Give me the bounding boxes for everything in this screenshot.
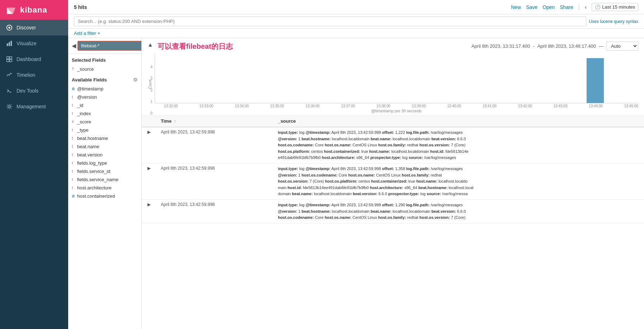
svg-rect-5	[7, 43, 8, 46]
chart-bars	[155, 53, 638, 103]
sidebar-item-visualize-label: Visualize	[17, 41, 37, 46]
source-cell-2: input.type: log @timestamp: April 8th 20…	[274, 163, 644, 199]
sidebar-item-dashboard-label: Dashboard	[17, 56, 41, 62]
share-button[interactable]: Share	[560, 4, 573, 10]
time-col-header[interactable]: Time ↑	[156, 116, 274, 127]
selected-field-source[interactable]: ? _source	[68, 65, 141, 73]
svg-rect-8	[7, 57, 9, 59]
content-area: ◀ ▼ Selected Fields ? _source Available …	[68, 38, 644, 329]
right-area: ▲ 可以查看filebeat的日志 April 8th 2023, 13:31:…	[142, 38, 644, 329]
sidebar-item-dashboard[interactable]: Dashboard	[0, 51, 68, 67]
svg-rect-10	[7, 60, 9, 62]
fields-settings-icon[interactable]: ⚙	[133, 77, 138, 83]
field-fields-service-id[interactable]: t fields.service_id	[68, 167, 141, 175]
search-bar: Uses lucene query syntax	[68, 14, 644, 29]
table-area: Time ↑ _source ▶	[142, 116, 644, 329]
chart-area: Count	[155, 53, 638, 115]
sidebar-item-discover[interactable]: Discover	[0, 20, 68, 36]
chart-wrap: 4 3 2 1 0 Count	[147, 53, 638, 115]
open-button[interactable]: Open	[542, 4, 555, 10]
chart-container: ▲ 可以查看filebeat的日志 April 8th 2023, 13:31:…	[142, 38, 644, 116]
time-range-picker[interactable]: 🕐 Last 15 minutes	[592, 3, 638, 11]
field-host-architecture[interactable]: t host.architecture	[68, 184, 141, 192]
sidebar: kibana Discover Visualize Dashboard Time…	[0, 0, 68, 329]
available-fields-title: Available Fields	[72, 77, 107, 83]
table-row: ▶ April 8th 2023, 13:42:59.998 input.typ…	[142, 163, 644, 199]
svg-rect-9	[10, 57, 12, 59]
dashboard-icon	[6, 56, 13, 63]
bar-26-highlight	[587, 58, 604, 103]
field-index[interactable]: t _index	[68, 109, 141, 118]
field-version[interactable]: t @version	[68, 93, 141, 101]
left-panel: ◀ ▼ Selected Fields ? _source Available …	[68, 38, 142, 329]
logo: kibana	[0, 0, 68, 20]
chart-title: 可以查看filebeat的日志	[158, 42, 233, 51]
date-to: April 8th 2023, 13:46:17.400	[537, 43, 596, 49]
svg-rect-7	[11, 41, 12, 46]
topbar-divider: |	[578, 4, 580, 10]
clock-icon: 🕐	[595, 4, 601, 10]
expand-row-2-button[interactable]: ▶	[146, 166, 152, 171]
count-label: Count	[148, 79, 152, 89]
discover-icon	[6, 24, 13, 31]
time-cell-1: April 8th 2023, 13:42:59.998	[156, 127, 274, 163]
kibana-logo-icon	[5, 4, 17, 16]
new-button[interactable]: New	[511, 4, 521, 10]
field-score[interactable]: # _score	[68, 118, 141, 126]
back-icon[interactable]: ‹	[585, 4, 587, 10]
time-range-label: Last 15 minutes	[602, 4, 635, 10]
sidebar-item-timelion[interactable]: Timelion	[0, 67, 68, 83]
logo-text: kibana	[20, 5, 47, 15]
timelion-icon	[6, 71, 13, 79]
interval-select[interactable]: Auto Seconds Minutes	[606, 42, 638, 51]
table-row: ▶ April 8th 2023, 13:42:59.998 input.typ…	[142, 199, 644, 223]
field-fields-log-type[interactable]: t fields.log_type	[68, 159, 141, 167]
field-host-containerized[interactable]: ⊙ host.containerized	[68, 192, 141, 200]
management-icon	[6, 103, 13, 110]
index-pattern-input[interactable]	[77, 41, 142, 51]
field-id[interactable]: t _id	[68, 101, 141, 109]
devtools-icon	[6, 87, 13, 94]
source-cell-3: input.type: log @timestamp: April 8th 20…	[274, 199, 644, 223]
field-beat-name[interactable]: t beat.name	[68, 142, 141, 151]
save-button[interactable]: Save	[526, 4, 537, 10]
svg-point-4	[8, 27, 10, 28]
topbar: 5 hits New Save Open Share | ‹ 🕐 Last 15…	[68, 0, 644, 14]
sidebar-item-management[interactable]: Management	[0, 99, 68, 114]
filter-bar: Add a filter +	[68, 29, 644, 38]
expand-row-3-button[interactable]: ▶	[146, 202, 152, 207]
x-labels: 13:32:00 13:33:00 13:34:00 13:35:00 13:3…	[155, 104, 638, 108]
source-cell-1: input.type: log @timestamp: April 8th 20…	[274, 127, 644, 163]
svg-rect-6	[9, 42, 10, 46]
index-selector: ◀ ▼	[68, 38, 141, 54]
field-fields-service-name[interactable]: t fields.service_name	[68, 175, 141, 184]
chart-footer: @timestamp per 30 seconds	[155, 108, 638, 115]
selected-fields-title: Selected Fields	[68, 54, 141, 65]
field-beat-hostname[interactable]: t beat.hostname	[68, 134, 141, 142]
sort-icon: ↑	[174, 118, 177, 124]
date-range-bar: April 8th 2023, 13:31:17.400 - April 8th…	[471, 42, 638, 51]
lucene-syntax-link[interactable]: Uses lucene query syntax	[589, 19, 638, 24]
topbar-actions: New Save Open Share | ‹ 🕐 Last 15 minute…	[511, 3, 638, 11]
y-axis: 4 3 2 1 0	[147, 65, 155, 115]
sidebar-item-devtools[interactable]: Dev Tools	[0, 83, 68, 99]
expand-row-1-button[interactable]: ▶	[146, 130, 152, 135]
hits-count: 5 hits	[74, 4, 87, 10]
table-row: ▶ April 8th 2023, 13:42:59.998 input.typ…	[142, 127, 644, 163]
add-filter-button[interactable]: Add a filter +	[74, 30, 638, 36]
results-table: Time ↑ _source ▶	[142, 116, 644, 224]
nav-back-icon[interactable]: ◀	[72, 42, 76, 49]
date-from: April 8th 2023, 13:31:17.400	[471, 43, 530, 49]
sidebar-item-visualize[interactable]: Visualize	[0, 36, 68, 51]
sidebar-item-devtools-label: Dev Tools	[17, 88, 38, 94]
search-input[interactable]	[74, 17, 586, 26]
sidebar-item-discover-label: Discover	[17, 25, 36, 30]
svg-point-13	[8, 105, 10, 107]
field-type[interactable]: t _type	[68, 126, 141, 134]
field-beat-version[interactable]: t beat.version	[68, 151, 141, 159]
field-timestamp[interactable]: ⊙ @timestamp	[68, 85, 141, 93]
time-cell-3: April 8th 2023, 13:42:59.998	[156, 199, 274, 223]
source-col-header: _source	[274, 116, 644, 127]
sidebar-item-management-label: Management	[17, 104, 46, 109]
chart-collapse-icon[interactable]: ▲	[147, 42, 153, 48]
